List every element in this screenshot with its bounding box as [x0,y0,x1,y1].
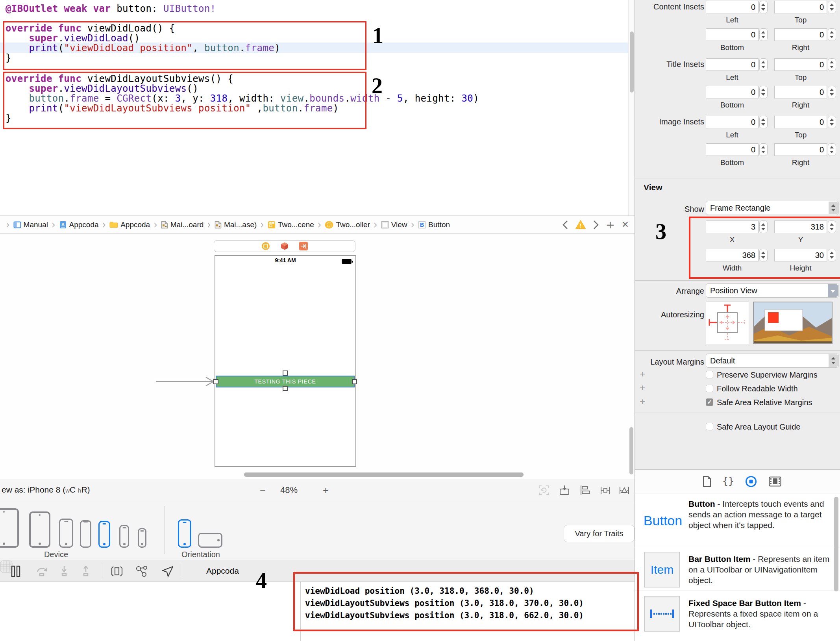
frame-x-field[interactable]: 3 [706,220,759,233]
code-snippet-library-tab-icon[interactable]: {} [722,475,734,487]
title-insets-left-field[interactable]: 0 [706,58,759,71]
stepper[interactable] [759,143,768,156]
breadcrumb-group[interactable]: Appcoda [109,220,150,229]
pause-button[interactable] [11,565,21,577]
content-insets-bottom-field[interactable]: 0 [706,28,759,41]
breadcrumb-storyboard-base[interactable]: Mai...ase) [215,220,257,229]
device-ipad-pro[interactable] [0,508,19,548]
back-arrow-icon[interactable] [562,220,568,230]
source-editor[interactable]: @IBOutlet weak var button: UIButton! ove… [0,0,635,215]
stepper[interactable] [828,1,836,13]
stepper[interactable] [828,28,836,41]
frame-width-field[interactable]: 368 [706,249,759,261]
image-insets-right-field[interactable]: 0 [774,143,827,156]
stepper[interactable] [759,220,768,233]
editor-scrollbar[interactable] [628,0,635,215]
canvas-vscrollbar-thumb[interactable] [629,427,633,474]
media-library-tab-icon[interactable] [769,476,781,487]
simulate-location-button[interactable] [161,565,174,577]
orientation-landscape[interactable] [198,533,222,548]
device-iphone-8-selected[interactable] [98,521,110,548]
resolve-autolayout-icon[interactable] [619,485,630,496]
close-editor-button[interactable]: ✕ [622,219,629,230]
align-icon[interactable] [579,485,590,496]
autoresizing-control[interactable] [706,302,749,344]
stepper[interactable] [828,58,836,71]
vary-for-traits-button[interactable]: Vary for Traits [564,525,635,542]
preserve-superview-margins-checkbox[interactable] [706,371,713,378]
add-variation-button[interactable]: + [640,382,645,393]
stepper[interactable] [828,143,836,156]
device-iphone-4s[interactable] [138,528,146,548]
content-insets-top-field[interactable]: 0 [774,1,827,13]
breadcrumb-storyboard[interactable]: Mai...oard [161,220,204,229]
debug-app-name[interactable]: Appcoda [206,566,239,576]
stepper[interactable] [828,116,836,128]
add-editor-button[interactable]: + [606,219,615,230]
arrange-popup[interactable]: Position View [706,283,839,298]
first-responder-cube-icon[interactable] [280,242,289,250]
breadcrumb-view-controller[interactable]: Two...oller [325,220,370,229]
orientation-portrait-selected[interactable] [178,519,191,548]
device-iphone-x[interactable] [80,520,91,548]
library-item-bar-button-item[interactable]: Bar Button Item - Represents an item on … [688,554,835,585]
content-insets-left-field[interactable]: 0 [706,1,759,13]
resize-handle-right[interactable] [352,379,357,384]
image-insets-top-field[interactable]: 0 [774,116,827,128]
resize-handle-left[interactable] [213,379,218,384]
breadcrumb-button[interactable]: B Button [418,220,450,229]
editor-scrollbar-thumb[interactable] [630,31,634,93]
stepper[interactable] [828,220,836,233]
stepper[interactable] [828,249,836,261]
breadcrumb-project[interactable]: A Appcoda [59,220,99,229]
zoom-level[interactable]: 48% [280,485,298,495]
update-frames-icon[interactable] [538,485,550,496]
image-insets-bottom-field[interactable]: 0 [706,143,759,156]
file-template-library-tab-icon[interactable] [702,476,712,487]
device-iphone-plus[interactable] [59,519,73,548]
resize-handle-top[interactable] [283,371,288,376]
stepper[interactable] [759,1,768,13]
zoom-in-button[interactable]: + [323,484,329,496]
stepper[interactable] [759,86,768,98]
warning-badge[interactable]: ! [575,220,586,230]
variables-view[interactable] [0,582,300,641]
add-variation-button[interactable]: + [640,396,645,407]
library-item-button[interactable]: Button - Intercepts touch events and sen… [688,498,835,530]
step-over-button[interactable] [36,566,48,577]
interface-builder-canvas[interactable]: 9:41 AM TESTING THIS PIECE [0,234,635,479]
title-insets-right-field[interactable]: 0 [774,86,827,98]
object-library-tab-icon-selected[interactable] [745,476,757,487]
title-insets-bottom-field[interactable]: 0 [706,86,759,98]
view-hierarchy-debugger-button[interactable] [111,565,123,577]
stepper[interactable] [759,116,768,128]
library-item-fixed-space[interactable]: Fixed Space Bar Button Item - Represents… [688,598,835,630]
show-popup[interactable]: Frame Rectangle [706,201,839,215]
embed-in-stack-icon[interactable] [559,485,570,496]
library-scrollbar-thumb[interactable] [834,497,838,591]
memory-graph-button[interactable] [135,565,148,577]
safe-area-layout-guide-checkbox[interactable] [706,423,713,430]
follow-readable-width-checkbox[interactable] [706,385,713,392]
breadcrumb-manual[interactable]: Manual [13,220,48,229]
breadcrumb-scene[interactable]: Two...cene [268,220,314,229]
image-insets-left-field[interactable]: 0 [706,116,759,128]
stepper[interactable] [759,28,768,41]
add-constraints-pin-icon[interactable] [600,485,611,496]
frame-height-field[interactable]: 30 [774,249,827,261]
device-ipad[interactable] [29,511,50,548]
frame-y-field[interactable]: 318 [774,220,827,233]
exit-segue-icon[interactable] [299,242,308,250]
title-insets-top-field[interactable]: 0 [774,58,827,71]
zoom-out-button[interactable]: − [260,484,266,496]
safe-area-relative-margins-checkbox[interactable] [706,398,713,406]
view-controller-dock-icon[interactable] [261,242,270,250]
forward-arrow-icon[interactable] [593,220,599,230]
resize-handle-bottom[interactable] [283,386,288,391]
step-out-button[interactable] [81,566,91,577]
add-variation-button[interactable]: + [640,369,645,380]
stepper[interactable] [759,249,768,261]
content-insets-right-field[interactable]: 0 [774,28,827,41]
stepper[interactable] [828,86,836,98]
step-into-button[interactable] [59,566,69,577]
